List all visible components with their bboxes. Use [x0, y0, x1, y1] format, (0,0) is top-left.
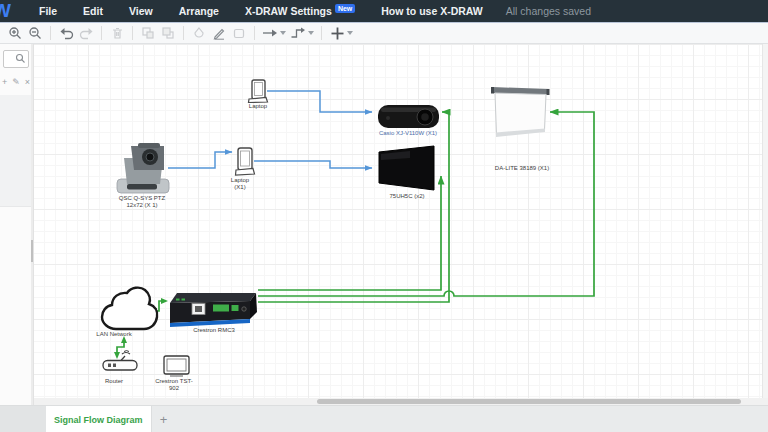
page-tabbar: Signal Flow Diagram +: [0, 405, 768, 432]
menu-edit[interactable]: Edit: [70, 5, 116, 17]
menu-how-to-use[interactable]: How to use X-DRAW: [368, 5, 496, 17]
node-laptop-1[interactable]: Laptop: [249, 80, 268, 109]
menu-xdraw-settings[interactable]: X-DRAW SettingsNew: [232, 5, 368, 17]
node-router[interactable]: Router: [103, 351, 137, 384]
node-laptop-2[interactable]: Laptop (X1): [231, 148, 255, 190]
node-projection-screen[interactable]: DA-LITE 38189 (X1): [491, 87, 550, 171]
svg-text:(X1): (X1): [234, 184, 245, 190]
menu-view[interactable]: View: [116, 5, 166, 17]
svg-text:902: 902: [169, 385, 180, 391]
horizontal-scrollbar-thumb[interactable]: [317, 399, 741, 404]
add-page-button[interactable]: +: [152, 406, 176, 432]
shape-list-row[interactable]: [0, 95, 32, 109]
sidebar-scrollbar[interactable]: [31, 44, 33, 405]
add-shape-icon[interactable]: +: [2, 77, 7, 87]
delete-icon[interactable]: [109, 25, 126, 41]
node-lan-cloud[interactable]: LAN Network: [96, 288, 157, 337]
shape-list-row[interactable]: [0, 147, 32, 161]
shape-icon[interactable]: [231, 25, 248, 41]
drawing-canvas[interactable]: Laptop Casio XJ-V110W (X1) DA-LITE 38189…: [33, 44, 762, 398]
top-menubar: W File Edit View Arrange X-DRAW Settings…: [0, 0, 768, 22]
svg-text:Crestron TST-: Crestron TST-: [155, 378, 193, 384]
shape-list-row[interactable]: [0, 173, 32, 187]
zoom-in-icon[interactable]: [7, 25, 24, 41]
insert-caret-icon[interactable]: [347, 31, 353, 35]
horizontal-scrollbar[interactable]: [33, 398, 768, 405]
edit-shapes-icon[interactable]: ✎: [12, 77, 20, 87]
shape-list-row[interactable]: [0, 121, 32, 135]
close-panel-icon[interactable]: ×: [25, 77, 30, 87]
edge-rmc3-to-projector[interactable]: [258, 112, 449, 302]
waypoint-caret-icon[interactable]: [308, 31, 314, 35]
zoom-out-icon[interactable]: [27, 25, 44, 41]
svg-text:Laptop: Laptop: [249, 103, 268, 109]
undo-icon[interactable]: [58, 25, 75, 41]
to-front-icon[interactable]: [140, 25, 157, 41]
connection-arrow-icon[interactable]: [262, 25, 279, 41]
search-input[interactable]: [3, 50, 29, 68]
svg-text:Casio XJ-V110W (X1): Casio XJ-V110W (X1): [379, 130, 437, 136]
svg-text:Router: Router: [105, 378, 123, 384]
edge-camera-to-laptop2[interactable]: [168, 152, 232, 168]
to-back-icon[interactable]: [160, 25, 177, 41]
shape-list-row[interactable]: [0, 108, 32, 122]
svg-text:QSC Q-SYS PTZ: QSC Q-SYS PTZ: [119, 195, 166, 201]
svg-text:DA-LITE 38189 (X1): DA-LITE 38189 (X1): [495, 165, 549, 171]
node-touchpanel[interactable]: Crestron TST- 902: [155, 356, 193, 391]
svg-text:75UH5C (x2): 75UH5C (x2): [389, 193, 424, 199]
app-logo: W: [0, 0, 18, 22]
shape-list-row[interactable]: [0, 160, 32, 174]
search-icon: [15, 53, 26, 64]
svg-text:Laptop: Laptop: [231, 177, 250, 183]
freehand-pen-icon[interactable]: [211, 25, 228, 41]
tab-signal-flow-diagram[interactable]: Signal Flow Diagram: [46, 406, 152, 432]
waypoint-connector-icon[interactable]: [290, 25, 307, 41]
shape-list-row[interactable]: [0, 134, 32, 148]
svg-text:LAN Network: LAN Network: [96, 331, 132, 337]
shape-list-row[interactable]: [0, 199, 32, 207]
edge-laptop2-to-display[interactable]: [254, 161, 372, 168]
menu-file[interactable]: File: [26, 5, 70, 17]
node-crestron-rmc3[interactable]: Crestron RMC3: [170, 293, 257, 333]
edge-rmc3-to-screen[interactable]: [258, 112, 594, 296]
node-flat-panel-display[interactable]: 75UH5C (x2): [379, 146, 434, 199]
svg-text:Crestron RMC3: Crestron RMC3: [193, 327, 235, 333]
vertical-scrollbar[interactable]: [762, 44, 768, 398]
toolbar: [0, 22, 768, 44]
node-ptz-camera[interactable]: QSC Q-SYS PTZ 12x72 (X 1): [117, 143, 169, 208]
svg-text:12x72 (X 1): 12x72 (X 1): [126, 202, 157, 208]
tabbar-corner: [0, 406, 46, 432]
shape-list-row[interactable]: [0, 186, 32, 200]
save-status: All changes saved: [496, 5, 591, 17]
menu-arrange[interactable]: Arrange: [166, 5, 232, 17]
redo-icon[interactable]: [78, 25, 95, 41]
shapes-sidebar: + ✎ ×: [0, 44, 34, 405]
insert-shape-icon[interactable]: [329, 25, 346, 41]
new-badge: New: [335, 4, 355, 13]
fill-color-icon[interactable]: [191, 25, 208, 41]
edge-laptop1-to-projector[interactable]: [267, 91, 372, 112]
node-projector-casio[interactable]: Casio XJ-V110W (X1): [378, 105, 439, 136]
connection-caret-icon[interactable]: [280, 31, 286, 35]
